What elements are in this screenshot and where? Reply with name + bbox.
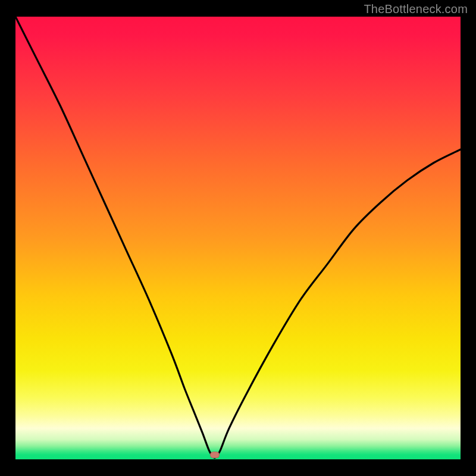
curve-path [15, 17, 461, 458]
chart-stage: TheBottleneck.com [0, 0, 476, 476]
watermark-text: TheBottleneck.com [364, 2, 468, 16]
optimum-marker [210, 452, 220, 458]
bottleneck-curve [15, 17, 461, 459]
plot-area [15, 17, 461, 459]
